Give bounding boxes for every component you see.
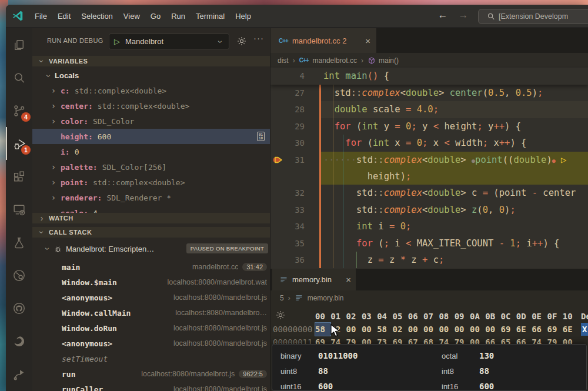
variable-row[interactable]: scale:4 (32, 205, 270, 213)
code-line-wrap[interactable]: height); (270, 168, 588, 185)
code-line-34[interactable]: 34 int i = 0; (270, 218, 588, 235)
nav-forward-button[interactable]: → (456, 9, 470, 21)
code-line-32[interactable]: 32 std::complex<double> c = (point - cen… (270, 185, 588, 201)
variable-row[interactable]: height:6000110 (32, 129, 270, 144)
menu-go[interactable]: Go (145, 9, 166, 23)
binary-file-icon[interactable]: 0110 (257, 132, 265, 141)
activity-extensions-icon[interactable] (6, 160, 32, 193)
breadcrumb-file[interactable]: mandelbrot.cc (313, 56, 357, 65)
breadcrumb-item[interactable]: 5 (280, 294, 284, 302)
hex-byte[interactable]: 0A (470, 310, 485, 323)
hex-byte[interactable]: 00 (439, 323, 454, 336)
hex-byte[interactable]: 10 (563, 310, 578, 323)
activity-source-control-icon[interactable]: 4 (6, 94, 32, 127)
code-line-31[interactable]: 31······std::complex<double> ●point((dou… (270, 152, 588, 168)
stack-frame-row[interactable]: Window.$mainlocalhost:8080/mandelbrot.wa… (32, 275, 270, 290)
hex-byte[interactable]: 00 (485, 323, 500, 336)
hex-byte[interactable]: 00 (362, 323, 377, 336)
code-line-30[interactable]: 30 for (int x = 0; x < width; x++) { (270, 135, 588, 151)
variable-row[interactable]: ›point:std::complex<double> (32, 175, 270, 190)
stack-frame-row[interactable]: mainmandelbrot.cc31:42 (32, 259, 270, 275)
menu-file[interactable]: File (29, 9, 52, 23)
menu-edit[interactable]: Edit (52, 9, 76, 23)
menu-view[interactable]: View (118, 9, 145, 23)
activity-explorer-icon[interactable] (6, 28, 32, 61)
breadcrumb-symbol[interactable]: main() (379, 56, 399, 65)
stack-frame-row[interactable]: <anonymous>localhost:8080/mandelbrot.js (32, 336, 270, 351)
hex-byte[interactable]: 6E (516, 323, 532, 336)
menu-selection[interactable]: Selection (76, 9, 118, 23)
hex-byte[interactable]: 00 (346, 323, 362, 336)
variable-row[interactable]: ›center:std::complex<double> (32, 98, 270, 113)
activity-search-icon[interactable] (6, 61, 32, 94)
code-area[interactable]: 27 std::complex<double> center(0.5, 0.5)… (270, 85, 588, 269)
start-debugging-icon[interactable]: ▷ (114, 37, 120, 46)
hex-byte[interactable]: 04 (377, 310, 392, 323)
activity-edge-icon[interactable] (6, 325, 32, 357)
stack-frame-row[interactable]: Window.callMainlocalhost:8080/mandelbro… (32, 305, 270, 320)
activity-tools-icon[interactable] (6, 259, 32, 292)
code-line-29[interactable]: 29 for (int y = 0; y < height; y++) { (270, 118, 588, 135)
code-line-35[interactable]: 35 for (; i < MAX_ITER_COUNT - 1; i++) { (270, 235, 588, 252)
hex-byte[interactable]: 00 (315, 310, 330, 323)
tab-mandelbrot-cc[interactable]: C++ mandelbrot.cc 2 × (270, 28, 376, 53)
hex-byte[interactable]: 58 (315, 323, 330, 336)
hex-byte[interactable]: 00 (470, 323, 485, 336)
breadcrumb-folder[interactable]: dist (278, 56, 289, 65)
hex-byte[interactable]: 66 (532, 323, 547, 336)
variables-section-header[interactable]: › VARIABLES (32, 56, 270, 66)
activity-run-and-debug-icon[interactable]: 1 (6, 127, 32, 160)
watch-section-header[interactable]: › WATCH (32, 213, 270, 223)
stack-frame-row[interactable]: Window.doRunlocalhost:8080/mandelbrot.js (32, 320, 270, 336)
call-stack-section-header[interactable]: › CALL STACK (32, 227, 270, 238)
close-tab-icon[interactable]: × (346, 275, 351, 285)
hex-byte[interactable]: 02 (392, 323, 407, 336)
hex-byte[interactable]: 69 (501, 323, 516, 336)
hex-byte[interactable]: 6E (563, 323, 578, 336)
hex-byte[interactable]: 05 (392, 310, 407, 323)
menu-help[interactable]: Help (230, 9, 256, 23)
hex-byte[interactable]: 0E (532, 310, 547, 323)
hex-byte[interactable]: 01 (330, 310, 346, 323)
code-line-33[interactable]: 33 std::complex<double> z(0, 0); (270, 202, 588, 218)
hex-byte[interactable]: 07 (423, 310, 439, 323)
hex-byte[interactable]: 0B (485, 310, 500, 323)
debug-session-row[interactable]: › Mandelbrot: Emscripten… PAUSED ON BREA… (32, 240, 270, 257)
menu-terminal[interactable]: Terminal (191, 9, 230, 23)
activity-remote-explorer-icon[interactable] (6, 193, 32, 226)
nav-back-button[interactable]: ← (436, 9, 450, 21)
hex-byte[interactable]: 00 (455, 323, 470, 336)
hex-byte[interactable]: 00 (423, 323, 439, 336)
activity-github-icon[interactable] (6, 292, 32, 325)
activity-live-share-icon[interactable] (6, 357, 32, 390)
variable-row[interactable]: ›renderer:SDL_Renderer * (32, 190, 270, 205)
launch-config-dropdown[interactable]: ▷ Mandelbrot › (109, 34, 229, 49)
locals-scope-row[interactable]: › Locals (32, 68, 270, 83)
hex-byte[interactable]: 08 (439, 310, 454, 323)
hex-byte[interactable]: 09 (455, 310, 470, 323)
stack-frame-row[interactable]: <anonymous>localhost:8080/mandelbrot.js (32, 290, 270, 305)
close-tab-icon[interactable]: × (365, 36, 370, 46)
breadcrumb-item[interactable]: memory.bin (308, 294, 344, 302)
code-line-36[interactable]: 36 z = z * z + c; (270, 252, 588, 268)
stack-frame-row[interactable]: runlocalhost:8080/mandelbrot.js9622:5 (32, 366, 270, 382)
hex-byte[interactable]: 03 (362, 310, 377, 323)
code-line-27[interactable]: 27 std::complex<double> center(0.5, 0.5)… (270, 85, 588, 101)
stack-frame-row[interactable]: runCallerlocalhost:8080/mandelbrot.js (32, 382, 270, 391)
menu-run[interactable]: Run (166, 9, 191, 23)
hex-byte[interactable]: 58 (377, 323, 392, 336)
hex-byte[interactable]: 00 (408, 323, 423, 336)
hex-byte[interactable]: 0D (516, 310, 532, 323)
command-center-search[interactable]: [Extension Developm (478, 9, 588, 24)
variable-row[interactable]: i:0 (32, 144, 270, 159)
hex-byte[interactable]: 0F (547, 310, 562, 323)
tab-memory-bin[interactable]: memory.bin × (272, 269, 356, 290)
hex-byte[interactable]: 06 (408, 310, 423, 323)
sticky-scroll-line[interactable]: 4int main() { (270, 68, 588, 85)
variable-row[interactable]: ›color:SDL_Color (32, 113, 270, 129)
variable-row[interactable]: ›palette:SDL_Color[256] (32, 159, 270, 175)
hex-byte[interactable]: 69 (547, 323, 562, 336)
stack-frame-row[interactable]: setTimeout (32, 351, 270, 366)
debug-gear-icon[interactable] (236, 36, 247, 46)
code-line-28[interactable]: 28 double scale = 4.0; (270, 101, 588, 118)
